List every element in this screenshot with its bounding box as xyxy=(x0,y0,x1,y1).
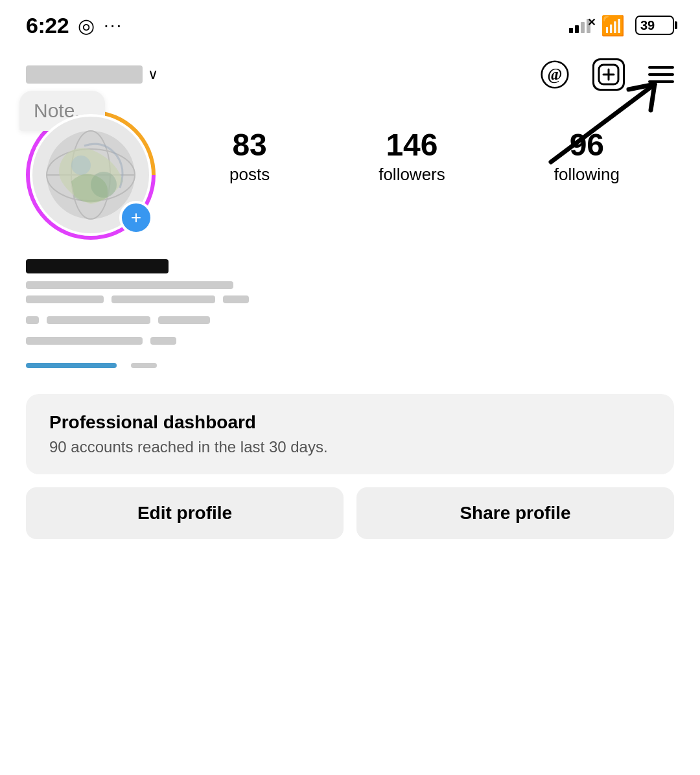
bio-link-row xyxy=(26,363,674,368)
posts-stat[interactable]: 83 posts xyxy=(229,130,270,185)
nav-right: @ xyxy=(541,58,674,91)
add-story-button[interactable]: + xyxy=(119,201,153,235)
hamburger-line-2 xyxy=(648,73,674,76)
bio-line-3a xyxy=(26,316,39,324)
battery-indicator: 39 xyxy=(635,16,674,35)
action-buttons: Edit profile Share profile xyxy=(26,487,674,539)
bio-line-3c xyxy=(158,316,210,324)
username-text xyxy=(26,65,143,84)
status-bar: 6:22 ◎ ··· ✕ 📶 39 xyxy=(0,0,700,45)
followers-count: 146 xyxy=(386,130,438,161)
edit-profile-button[interactable]: Edit profile xyxy=(26,487,344,539)
share-profile-button[interactable]: Share profile xyxy=(356,487,674,539)
followers-label: followers xyxy=(379,165,445,185)
chevron-down-icon[interactable]: ∨ xyxy=(148,66,158,83)
profile-section: Note... + xyxy=(0,104,700,253)
following-label: following xyxy=(554,165,620,185)
svg-text:@: @ xyxy=(548,65,563,84)
signal-icon: ✕ xyxy=(569,17,590,33)
bio-line-2c xyxy=(223,295,249,303)
hamburger-line-1 xyxy=(648,66,674,69)
battery-text: 39 xyxy=(640,18,655,33)
nav-left: ∨ xyxy=(26,65,158,84)
bio-area xyxy=(0,253,700,381)
pro-dashboard-subtitle: 90 accounts reached in the last 30 days. xyxy=(49,438,651,456)
signal-x-icon: ✕ xyxy=(587,16,596,29)
pro-dashboard[interactable]: Professional dashboard 90 accounts reach… xyxy=(26,394,674,474)
posts-label: posts xyxy=(229,165,270,185)
bio-name-line xyxy=(26,259,169,273)
svg-point-12 xyxy=(71,156,91,175)
bio-extra-line2 xyxy=(150,337,176,345)
pro-dashboard-title: Professional dashboard xyxy=(49,412,651,433)
threads-icon[interactable]: @ xyxy=(541,60,569,89)
bio-line-2a xyxy=(26,295,104,303)
hamburger-line-3 xyxy=(648,80,674,83)
followers-stat[interactable]: 146 followers xyxy=(379,130,445,185)
add-story-icon: + xyxy=(131,209,141,227)
following-count: 96 xyxy=(570,130,604,161)
bio-extra-line xyxy=(26,337,143,345)
status-right: ✕ 📶 39 xyxy=(569,14,674,37)
top-nav: ∨ @ xyxy=(0,45,700,104)
stats-row: 83 posts 146 followers 96 following xyxy=(175,110,674,185)
bio-line-3b xyxy=(47,316,150,324)
wifi-icon: 📶 xyxy=(601,14,625,37)
whatsapp-icon: ◎ xyxy=(78,14,95,37)
following-stat[interactable]: 96 following xyxy=(554,130,620,185)
bio-line-1 xyxy=(26,281,233,289)
status-left: 6:22 ◎ ··· xyxy=(26,13,122,38)
bio-line-2b xyxy=(111,295,215,303)
posts-count: 83 xyxy=(232,130,266,161)
add-post-icon[interactable] xyxy=(592,58,625,91)
bio-link[interactable] xyxy=(26,363,117,368)
username-area[interactable]: ∨ xyxy=(26,65,158,84)
status-dots: ··· xyxy=(104,15,122,36)
status-time: 6:22 xyxy=(26,13,69,38)
hamburger-menu-icon[interactable] xyxy=(648,66,674,83)
avatar-container: Note... + xyxy=(26,110,156,240)
bio-link-dash xyxy=(131,363,157,368)
